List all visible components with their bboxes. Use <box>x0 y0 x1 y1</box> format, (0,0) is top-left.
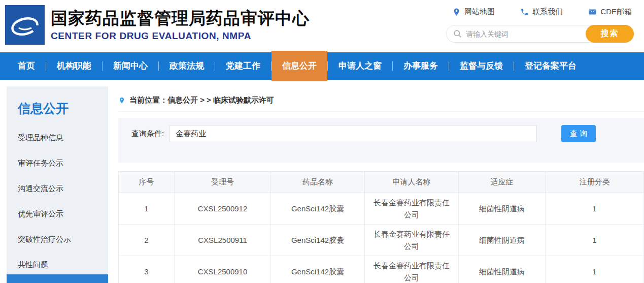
cell-indication: 细菌性阴道病 <box>459 193 546 225</box>
query-condition-input[interactable] <box>169 125 537 142</box>
site-subtitle: CENTER FOR DRUG EVALUATION, NMPA <box>51 30 310 42</box>
col-header-registration-category: 注册分类 <box>546 172 644 193</box>
location-pin-icon <box>452 8 461 16</box>
search-input[interactable] <box>462 30 586 38</box>
cell-registration-category: 1 <box>546 193 644 225</box>
nav-item-applicant-window[interactable]: 申请人之窗 <box>328 52 392 80</box>
nav-item-home[interactable]: 首页 <box>7 52 46 80</box>
nav-item-supervision-feedback[interactable]: 监督与反馈 <box>449 52 514 80</box>
cell-serial-number: 2 <box>119 225 175 256</box>
site-header: 国家药品监督管理局药品审评中心 CENTER FOR DRUG EVALUATI… <box>0 0 644 51</box>
location-pin-icon <box>118 96 125 105</box>
cell-serial-number: 1 <box>119 193 175 225</box>
sidebar-item-common-issues[interactable]: 共性问题 <box>7 252 108 277</box>
col-header-serial-number: 序号 <box>119 172 175 193</box>
cell-registration-category: 1 <box>546 256 644 283</box>
sidebar-item-communication-publicity[interactable]: 沟通交流公示 <box>7 176 108 201</box>
sidebar-item-breakthrough-therapy-publicity[interactable]: 突破性治疗公示 <box>7 227 108 252</box>
nav-item-registration-platform[interactable]: 登记备案平台 <box>514 52 587 80</box>
nav-item-services[interactable]: 办事服务 <box>393 52 449 80</box>
search-button[interactable]: 搜索 <box>586 25 634 43</box>
cell-acceptance-number: CXSL2500911 <box>175 225 271 256</box>
col-header-drug-name: 药品名称 <box>271 172 365 193</box>
cell-applicant-name: 长春金赛药业有限责任公司 <box>365 225 459 256</box>
sidebar-item-priority-review-publicity[interactable]: 优先审评公示 <box>7 201 108 227</box>
col-header-applicant-name: 申请人名称 <box>365 172 459 193</box>
sitemap-link[interactable]: 网站地图 <box>452 7 495 17</box>
mail-icon <box>588 8 597 16</box>
nav-item-news-center[interactable]: 新闻中心 <box>103 52 158 80</box>
nav-item-party-building[interactable]: 党建工作 <box>215 52 271 80</box>
cell-acceptance-number: CXSL2500912 <box>175 193 271 225</box>
sidebar-active-item[interactable] <box>7 274 108 283</box>
sitemap-label: 网站地图 <box>464 7 495 17</box>
sidebar-title: 信息公开 <box>7 86 108 117</box>
table-row: 1 CXSL2500912 GenSci142胶囊 长春金赛药业有限责任公司 细… <box>119 193 644 225</box>
table-header-row: 序号 受理号 药品名称 申请人名称 适应症 注册分类 <box>119 172 644 193</box>
nav-item-policies-regulations[interactable]: 政策法规 <box>159 52 215 80</box>
keyword-search-box: 搜索 <box>446 25 634 43</box>
contact-us-link[interactable]: 联系我们 <box>520 7 563 17</box>
cde-mailbox-label: CDE邮箱 <box>600 7 632 17</box>
table-row: 2 CXSL2500911 GenSci142胶囊 长春金赛药业有限责任公司 细… <box>119 225 644 256</box>
brand: 国家药品监督管理局药品审评中心 CENTER FOR DRUG EVALUATI… <box>0 0 310 51</box>
sidebar-item-accepted-variety-info[interactable]: 受理品种信息 <box>7 125 108 150</box>
content-area: 当前位置：信息公开 > > 临床试验默示许可 查询条件: 查 询 序号 受理号 … <box>108 86 644 283</box>
phone-icon <box>520 8 529 16</box>
cell-drug-name: GenSci142胶囊 <box>271 225 365 256</box>
nav-item-info-disclosure[interactable]: 信息公开 <box>272 51 327 81</box>
quick-links: 网站地图 联系我们 CDE邮箱 <box>446 7 634 17</box>
query-condition-label: 查询条件: <box>131 125 164 142</box>
cde-mailbox-link[interactable]: CDE邮箱 <box>588 7 632 17</box>
table-row: 3 CXSL2500910 GenSci142胶囊 长春金赛药业有限责任公司 细… <box>119 256 644 283</box>
cell-drug-name: GenSci142胶囊 <box>271 193 365 225</box>
search-icon <box>453 29 462 38</box>
nav-item-organization-functions[interactable]: 机构职能 <box>46 52 102 80</box>
contact-us-label: 联系我们 <box>532 7 563 17</box>
sidebar-item-review-task-publicity[interactable]: 审评任务公示 <box>7 150 108 176</box>
query-panel: 查询条件: 查 询 <box>118 118 644 163</box>
breadcrumb-text: 当前位置：信息公开 > > 临床试验默示许可 <box>129 96 274 105</box>
col-header-indication: 适应症 <box>459 172 546 193</box>
cell-acceptance-number: CXSL2500910 <box>175 256 271 283</box>
cell-applicant-name: 长春金赛药业有限责任公司 <box>365 256 459 283</box>
sidebar: 信息公开 受理品种信息 审评任务公示 沟通交流公示 优先审评公示 突破性治疗公示… <box>7 86 108 283</box>
query-button[interactable]: 查 询 <box>561 125 596 142</box>
results-table: 序号 受理号 药品名称 申请人名称 适应症 注册分类 1 CXSL2500912… <box>118 171 644 283</box>
main-nav: 首页 机构职能 新闻中心 政策法规 党建工作 信息公开 申请人之窗 办事服务 监… <box>0 52 644 80</box>
site-title: 国家药品监督管理局药品审评中心 <box>51 8 310 28</box>
cell-serial-number: 3 <box>119 256 175 283</box>
cell-applicant-name: 长春金赛药业有限责任公司 <box>365 193 459 225</box>
cell-registration-category: 1 <box>546 225 644 256</box>
cell-drug-name: GenSci142胶囊 <box>271 256 365 283</box>
cell-indication: 细菌性阴道病 <box>459 225 546 256</box>
breadcrumb: 当前位置：信息公开 > > 临床试验默示许可 <box>118 96 644 112</box>
cell-indication: 细菌性阴道病 <box>459 256 546 283</box>
col-header-acceptance-number: 受理号 <box>175 172 271 193</box>
cde-logo-icon <box>5 5 45 45</box>
